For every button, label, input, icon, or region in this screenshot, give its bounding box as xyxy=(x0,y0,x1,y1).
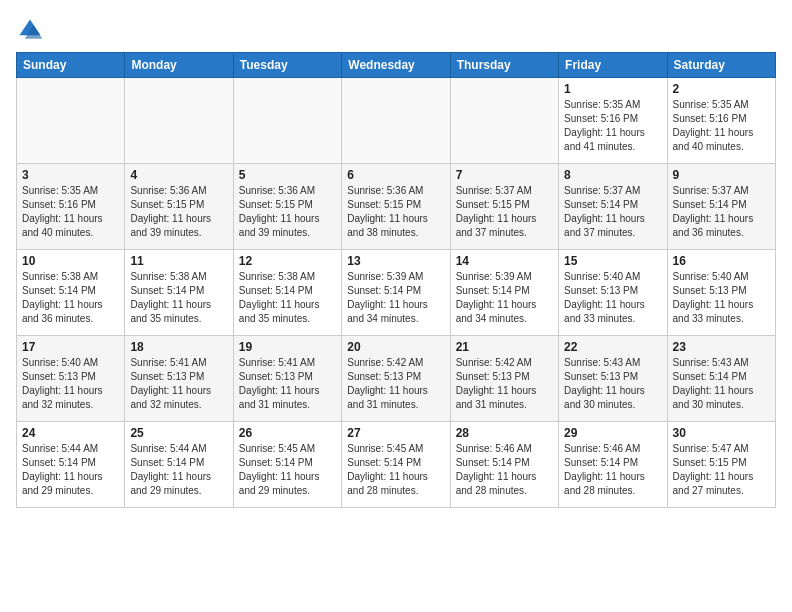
day-number: 26 xyxy=(239,426,336,440)
calendar-cell: 25Sunrise: 5:44 AM Sunset: 5:14 PM Dayli… xyxy=(125,422,233,508)
day-number: 30 xyxy=(673,426,770,440)
day-info: Sunrise: 5:42 AM Sunset: 5:13 PM Dayligh… xyxy=(347,356,444,412)
day-number: 11 xyxy=(130,254,227,268)
calendar-body: 1Sunrise: 5:35 AM Sunset: 5:16 PM Daylig… xyxy=(17,78,776,508)
day-number: 10 xyxy=(22,254,119,268)
day-number: 5 xyxy=(239,168,336,182)
day-info: Sunrise: 5:45 AM Sunset: 5:14 PM Dayligh… xyxy=(347,442,444,498)
day-info: Sunrise: 5:39 AM Sunset: 5:14 PM Dayligh… xyxy=(456,270,553,326)
day-info: Sunrise: 5:41 AM Sunset: 5:13 PM Dayligh… xyxy=(130,356,227,412)
calendar-cell: 2Sunrise: 5:35 AM Sunset: 5:16 PM Daylig… xyxy=(667,78,775,164)
day-number: 18 xyxy=(130,340,227,354)
calendar-cell: 13Sunrise: 5:39 AM Sunset: 5:14 PM Dayli… xyxy=(342,250,450,336)
day-of-week-header: Wednesday xyxy=(342,53,450,78)
calendar-cell: 29Sunrise: 5:46 AM Sunset: 5:14 PM Dayli… xyxy=(559,422,667,508)
day-number: 27 xyxy=(347,426,444,440)
day-info: Sunrise: 5:40 AM Sunset: 5:13 PM Dayligh… xyxy=(673,270,770,326)
day-info: Sunrise: 5:38 AM Sunset: 5:14 PM Dayligh… xyxy=(239,270,336,326)
calendar-cell: 8Sunrise: 5:37 AM Sunset: 5:14 PM Daylig… xyxy=(559,164,667,250)
day-number: 21 xyxy=(456,340,553,354)
calendar-cell: 15Sunrise: 5:40 AM Sunset: 5:13 PM Dayli… xyxy=(559,250,667,336)
day-info: Sunrise: 5:36 AM Sunset: 5:15 PM Dayligh… xyxy=(239,184,336,240)
logo-icon xyxy=(16,16,44,44)
day-number: 4 xyxy=(130,168,227,182)
day-number: 20 xyxy=(347,340,444,354)
day-number: 23 xyxy=(673,340,770,354)
day-info: Sunrise: 5:46 AM Sunset: 5:14 PM Dayligh… xyxy=(564,442,661,498)
day-number: 6 xyxy=(347,168,444,182)
calendar-cell: 20Sunrise: 5:42 AM Sunset: 5:13 PM Dayli… xyxy=(342,336,450,422)
day-info: Sunrise: 5:37 AM Sunset: 5:14 PM Dayligh… xyxy=(673,184,770,240)
calendar-cell: 5Sunrise: 5:36 AM Sunset: 5:15 PM Daylig… xyxy=(233,164,341,250)
calendar-cell: 28Sunrise: 5:46 AM Sunset: 5:14 PM Dayli… xyxy=(450,422,558,508)
calendar-week-row: 3Sunrise: 5:35 AM Sunset: 5:16 PM Daylig… xyxy=(17,164,776,250)
day-info: Sunrise: 5:39 AM Sunset: 5:14 PM Dayligh… xyxy=(347,270,444,326)
day-info: Sunrise: 5:37 AM Sunset: 5:14 PM Dayligh… xyxy=(564,184,661,240)
day-of-week-header: Monday xyxy=(125,53,233,78)
calendar-cell xyxy=(125,78,233,164)
calendar-cell: 27Sunrise: 5:45 AM Sunset: 5:14 PM Dayli… xyxy=(342,422,450,508)
day-info: Sunrise: 5:46 AM Sunset: 5:14 PM Dayligh… xyxy=(456,442,553,498)
day-number: 28 xyxy=(456,426,553,440)
calendar-week-row: 24Sunrise: 5:44 AM Sunset: 5:14 PM Dayli… xyxy=(17,422,776,508)
calendar-cell: 7Sunrise: 5:37 AM Sunset: 5:15 PM Daylig… xyxy=(450,164,558,250)
calendar-cell xyxy=(450,78,558,164)
day-info: Sunrise: 5:36 AM Sunset: 5:15 PM Dayligh… xyxy=(130,184,227,240)
calendar-cell: 14Sunrise: 5:39 AM Sunset: 5:14 PM Dayli… xyxy=(450,250,558,336)
day-info: Sunrise: 5:42 AM Sunset: 5:13 PM Dayligh… xyxy=(456,356,553,412)
day-number: 19 xyxy=(239,340,336,354)
day-info: Sunrise: 5:35 AM Sunset: 5:16 PM Dayligh… xyxy=(564,98,661,154)
calendar-cell: 3Sunrise: 5:35 AM Sunset: 5:16 PM Daylig… xyxy=(17,164,125,250)
calendar-week-row: 1Sunrise: 5:35 AM Sunset: 5:16 PM Daylig… xyxy=(17,78,776,164)
day-number: 29 xyxy=(564,426,661,440)
day-info: Sunrise: 5:43 AM Sunset: 5:14 PM Dayligh… xyxy=(673,356,770,412)
calendar-cell: 26Sunrise: 5:45 AM Sunset: 5:14 PM Dayli… xyxy=(233,422,341,508)
day-number: 24 xyxy=(22,426,119,440)
header-row: SundayMondayTuesdayWednesdayThursdayFrid… xyxy=(17,53,776,78)
day-number: 8 xyxy=(564,168,661,182)
day-number: 16 xyxy=(673,254,770,268)
day-info: Sunrise: 5:47 AM Sunset: 5:15 PM Dayligh… xyxy=(673,442,770,498)
calendar-cell: 18Sunrise: 5:41 AM Sunset: 5:13 PM Dayli… xyxy=(125,336,233,422)
calendar-cell: 4Sunrise: 5:36 AM Sunset: 5:15 PM Daylig… xyxy=(125,164,233,250)
calendar-week-row: 17Sunrise: 5:40 AM Sunset: 5:13 PM Dayli… xyxy=(17,336,776,422)
day-number: 15 xyxy=(564,254,661,268)
calendar-cell: 30Sunrise: 5:47 AM Sunset: 5:15 PM Dayli… xyxy=(667,422,775,508)
calendar-cell: 22Sunrise: 5:43 AM Sunset: 5:13 PM Dayli… xyxy=(559,336,667,422)
day-number: 22 xyxy=(564,340,661,354)
day-number: 13 xyxy=(347,254,444,268)
day-number: 12 xyxy=(239,254,336,268)
day-number: 1 xyxy=(564,82,661,96)
calendar-cell: 9Sunrise: 5:37 AM Sunset: 5:14 PM Daylig… xyxy=(667,164,775,250)
calendar-table: SundayMondayTuesdayWednesdayThursdayFrid… xyxy=(16,52,776,508)
day-info: Sunrise: 5:37 AM Sunset: 5:15 PM Dayligh… xyxy=(456,184,553,240)
day-of-week-header: Sunday xyxy=(17,53,125,78)
day-of-week-header: Saturday xyxy=(667,53,775,78)
logo xyxy=(16,16,48,44)
day-info: Sunrise: 5:40 AM Sunset: 5:13 PM Dayligh… xyxy=(564,270,661,326)
day-info: Sunrise: 5:35 AM Sunset: 5:16 PM Dayligh… xyxy=(22,184,119,240)
day-info: Sunrise: 5:44 AM Sunset: 5:14 PM Dayligh… xyxy=(130,442,227,498)
calendar-cell: 11Sunrise: 5:38 AM Sunset: 5:14 PM Dayli… xyxy=(125,250,233,336)
calendar-cell: 23Sunrise: 5:43 AM Sunset: 5:14 PM Dayli… xyxy=(667,336,775,422)
calendar-cell: 24Sunrise: 5:44 AM Sunset: 5:14 PM Dayli… xyxy=(17,422,125,508)
day-number: 14 xyxy=(456,254,553,268)
day-info: Sunrise: 5:41 AM Sunset: 5:13 PM Dayligh… xyxy=(239,356,336,412)
day-info: Sunrise: 5:36 AM Sunset: 5:15 PM Dayligh… xyxy=(347,184,444,240)
calendar-cell: 17Sunrise: 5:40 AM Sunset: 5:13 PM Dayli… xyxy=(17,336,125,422)
day-info: Sunrise: 5:38 AM Sunset: 5:14 PM Dayligh… xyxy=(22,270,119,326)
calendar-cell: 10Sunrise: 5:38 AM Sunset: 5:14 PM Dayli… xyxy=(17,250,125,336)
day-number: 17 xyxy=(22,340,119,354)
calendar-cell xyxy=(17,78,125,164)
day-of-week-header: Friday xyxy=(559,53,667,78)
calendar-cell xyxy=(342,78,450,164)
day-number: 3 xyxy=(22,168,119,182)
day-number: 7 xyxy=(456,168,553,182)
calendar-cell: 19Sunrise: 5:41 AM Sunset: 5:13 PM Dayli… xyxy=(233,336,341,422)
page-header xyxy=(16,16,776,44)
day-info: Sunrise: 5:44 AM Sunset: 5:14 PM Dayligh… xyxy=(22,442,119,498)
calendar-cell: 21Sunrise: 5:42 AM Sunset: 5:13 PM Dayli… xyxy=(450,336,558,422)
calendar-week-row: 10Sunrise: 5:38 AM Sunset: 5:14 PM Dayli… xyxy=(17,250,776,336)
day-info: Sunrise: 5:40 AM Sunset: 5:13 PM Dayligh… xyxy=(22,356,119,412)
calendar-cell: 6Sunrise: 5:36 AM Sunset: 5:15 PM Daylig… xyxy=(342,164,450,250)
